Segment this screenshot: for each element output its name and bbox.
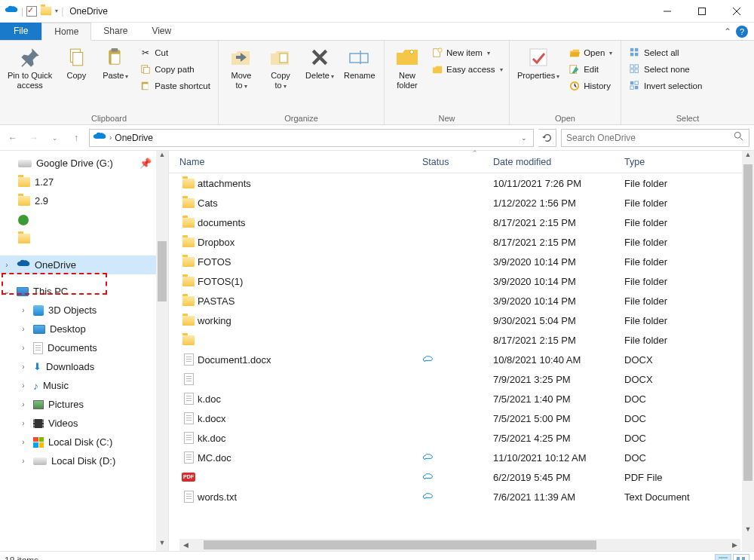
nav-recent-dropdown[interactable]: ⌄	[47, 130, 63, 146]
close-button[interactable]	[719, 0, 754, 23]
tree-videos[interactable]: ›Videos	[0, 414, 168, 433]
col-header-status[interactable]: Status	[422, 157, 493, 167]
tree-folder-1[interactable]: 1.27	[0, 173, 168, 191]
file-row[interactable]: working9/30/2021 5:04 PMFile folder	[179, 311, 754, 330]
nav-back-button[interactable]: ←	[5, 130, 21, 146]
cut-button[interactable]: ✂Cut	[136, 45, 213, 60]
properties-button[interactable]: Properties	[514, 44, 562, 83]
tree-desktop[interactable]: ›Desktop	[0, 320, 168, 338]
copy-path-button[interactable]: Copy path	[136, 62, 213, 77]
file-hscrollbar[interactable]: ◀▶	[179, 539, 740, 551]
file-row[interactable]: PASTAS3/9/2020 10:14 PMFile folder	[179, 291, 754, 311]
tree-thispc[interactable]: ⌄This PC	[0, 282, 168, 301]
expand-icon[interactable]: ›	[18, 344, 29, 352]
file-row[interactable]: Dropbox8/17/2021 2:15 PMFile folder	[179, 232, 754, 252]
expand-icon[interactable]: ›	[18, 363, 29, 371]
new-item-button[interactable]: New item	[428, 45, 506, 60]
tree-3d-objects[interactable]: ›3D Objects	[0, 301, 168, 320]
file-vscroll-thumb[interactable]	[743, 164, 752, 481]
file-row[interactable]: documents8/17/2021 2:15 PMFile folder	[179, 213, 754, 232]
expand-icon[interactable]: ›	[18, 419, 29, 427]
expand-icon[interactable]: ⌄	[2, 287, 12, 295]
file-row[interactable]: 8/17/2021 2:15 PMFile folder	[179, 330, 754, 350]
tab-home[interactable]: Home	[41, 23, 91, 41]
expand-icon[interactable]: ›	[18, 306, 29, 314]
icons-view-button[interactable]	[733, 554, 749, 561]
minimize-button[interactable]	[650, 0, 685, 23]
file-date: 10/8/2021 10:40 AM	[493, 354, 624, 366]
file-row[interactable]: MC.doc11/10/2021 10:12 AMDOC	[179, 448, 754, 467]
tree-music[interactable]: ›♪Music	[0, 376, 168, 395]
nav-forward-button[interactable]: →	[26, 130, 42, 146]
refresh-button[interactable]	[538, 129, 556, 147]
tab-view[interactable]: View	[139, 23, 183, 40]
tree-scroll-thumb[interactable]	[158, 241, 167, 301]
pin-quick-access-button[interactable]: Pin to Quick access	[5, 44, 55, 92]
expand-icon[interactable]: ›	[18, 325, 29, 333]
address-box[interactable]: › OneDrive ⌄	[89, 129, 534, 147]
folder-icon	[182, 218, 195, 228]
copy-button[interactable]: Copy	[58, 44, 94, 82]
col-header-date[interactable]: Date modified	[493, 157, 624, 167]
file-row[interactable]: FOTOS(1)3/9/2020 10:14 PMFile folder	[179, 271, 754, 291]
paste-button[interactable]: Paste	[97, 44, 133, 83]
search-input[interactable]: Search OneDrive	[561, 129, 749, 147]
tree-greendot[interactable]	[0, 210, 168, 229]
new-folder-button[interactable]: New folder	[389, 44, 425, 92]
select-all-button[interactable]: Select all	[626, 45, 705, 60]
file-hscroll-thumb[interactable]	[204, 540, 596, 549]
col-header-type[interactable]: Type	[624, 157, 754, 167]
paste-shortcut-button[interactable]: Paste shortcut	[136, 78, 213, 93]
collapse-ribbon-icon[interactable]: ⌃	[724, 26, 731, 37]
copy-to-button[interactable]: Copy to	[262, 44, 299, 93]
qa-dropdown-icon[interactable]: ▾	[55, 8, 58, 14]
edit-button[interactable]: Edit	[566, 62, 615, 77]
tree-diskc[interactable]: ›Local Disk (C:)	[0, 433, 168, 451]
file-row[interactable]: 7/9/2021 3:25 PMDOCX	[179, 369, 754, 389]
breadcrumb-sep[interactable]: ›	[109, 133, 112, 142]
delete-button[interactable]: Delete	[302, 44, 338, 83]
file-row[interactable]: kk.doc7/5/2021 4:25 PMDOC	[179, 428, 754, 448]
col-header-name[interactable]: Name	[179, 157, 422, 167]
file-vscrollbar[interactable]: ▲▼	[742, 151, 754, 551]
file-row[interactable]: Cats1/12/2022 1:56 PMFile folder	[179, 193, 754, 213]
file-row[interactable]: attachments10/11/2021 7:26 PMFile folder	[179, 173, 754, 193]
address-dropdown-icon[interactable]: ⌄	[521, 134, 530, 142]
file-row[interactable]: k.docx7/5/2021 5:00 PMDOC	[179, 409, 754, 428]
expand-icon[interactable]: ›	[18, 457, 29, 465]
expand-icon[interactable]: ›	[2, 261, 12, 269]
details-view-button[interactable]	[715, 554, 731, 561]
tree-documents[interactable]: ›Documents	[0, 338, 168, 357]
tab-file[interactable]: File	[0, 23, 41, 40]
tree-folder-2[interactable]: 2.9	[0, 191, 168, 210]
file-row[interactable]: k.doc7/5/2021 1:40 PMDOC	[179, 389, 754, 409]
file-row[interactable]: PDF6/2/2019 5:45 PMPDF File	[179, 467, 754, 487]
tree-pictures[interactable]: ›Pictures	[0, 395, 168, 414]
help-icon[interactable]: ?	[736, 26, 748, 38]
tree-gdrive[interactable]: Google Drive (G:)📌	[0, 154, 168, 173]
open-button[interactable]: Open	[566, 45, 615, 60]
breadcrumb-onedrive[interactable]: OneDrive	[115, 133, 153, 143]
invert-selection-button[interactable]: Invert selection	[626, 78, 705, 93]
tab-share[interactable]: Share	[91, 23, 139, 40]
file-row[interactable]: FOTOS3/9/2020 10:14 PMFile folder	[179, 252, 754, 271]
maximize-button[interactable]	[685, 0, 719, 23]
tree-scrollbar[interactable]: ▲▼	[156, 151, 168, 551]
tree-diskd[interactable]: ›Local Disk (D:)	[0, 451, 168, 470]
expand-icon[interactable]: ›	[18, 438, 29, 446]
move-to-button[interactable]: Move to	[223, 44, 259, 93]
tree-folder-blank[interactable]	[0, 229, 168, 248]
qa-checkbox-icon[interactable]	[26, 6, 37, 17]
easy-access-button[interactable]: Easy access	[428, 62, 506, 77]
expand-icon[interactable]: ›	[18, 400, 29, 409]
nav-up-button[interactable]: ↑	[68, 130, 84, 146]
select-none-button[interactable]: Select none	[626, 62, 705, 77]
history-button[interactable]: History	[566, 78, 615, 93]
qa-folder-icon[interactable]	[41, 7, 51, 16]
file-row[interactable]: Document1.docx10/8/2021 10:40 AMDOCX	[179, 350, 754, 369]
file-row[interactable]: words.txt7/6/2021 11:39 AMText Document	[179, 487, 754, 506]
rename-button[interactable]: Rename	[341, 44, 379, 82]
tree-downloads[interactable]: ›⬇Downloads	[0, 357, 168, 376]
expand-icon[interactable]: ›	[18, 381, 29, 390]
tree-onedrive[interactable]: ›OneDrive	[0, 256, 168, 274]
